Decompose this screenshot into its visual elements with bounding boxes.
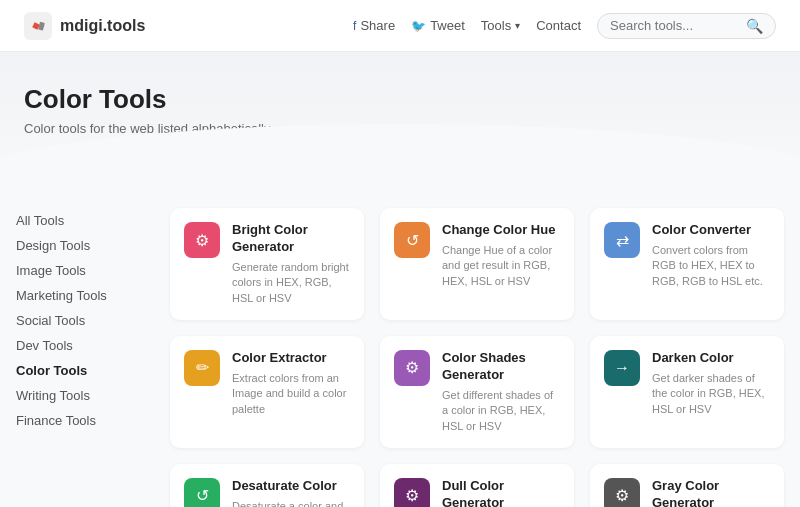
tool-info: Color ExtractorExtract colors from an Im… [232, 350, 350, 417]
tool-icon: ⚙ [184, 222, 220, 258]
tool-icon: ↺ [184, 478, 220, 507]
sidebar-item-image-tools[interactable]: Image Tools [16, 258, 146, 283]
tool-icon: ✏ [184, 350, 220, 386]
tool-desc: Get different shades of a color in RGB, … [442, 388, 560, 434]
tool-name: Color Extractor [232, 350, 350, 367]
hero-section: Color Tools Color tools for the web list… [0, 52, 800, 184]
logo-icon [24, 12, 52, 40]
tool-card[interactable]: ⚙Gray Color GeneratorGenerate random gra… [590, 464, 784, 507]
share-link[interactable]: f Share [353, 18, 395, 33]
tool-info: Color Shades GeneratorGet different shad… [442, 350, 560, 434]
tool-desc: Change Hue of a color and get result in … [442, 243, 560, 289]
tool-name: Gray Color Generator [652, 478, 770, 507]
tool-info: Gray Color GeneratorGenerate random gray… [652, 478, 770, 507]
tool-info: Desaturate ColorDesaturate a color and g… [232, 478, 350, 507]
tool-card[interactable]: ⚙Bright Color GeneratorGenerate random b… [170, 208, 364, 320]
sidebar-item-social-tools[interactable]: Social Tools [16, 308, 146, 333]
tool-name: Color Converter [652, 222, 770, 239]
tool-icon: ⚙ [604, 478, 640, 507]
tool-card[interactable]: ✏Color ExtractorExtract colors from an I… [170, 336, 364, 448]
contact-link[interactable]: Contact [536, 18, 581, 33]
logo-text: mdigi.tools [60, 17, 145, 35]
tool-icon: ⚙ [394, 350, 430, 386]
tool-name: Color Shades Generator [442, 350, 560, 384]
chevron-down-icon: ▾ [515, 20, 520, 31]
tool-desc: Convert colors from RGB to HEX, HEX to R… [652, 243, 770, 289]
facebook-icon: f [353, 19, 356, 33]
tools-grid: ⚙Bright Color GeneratorGenerate random b… [170, 208, 784, 507]
tool-icon: → [604, 350, 640, 386]
tool-icon: ↺ [394, 222, 430, 258]
tools-menu[interactable]: Tools ▾ [481, 18, 520, 33]
tool-card[interactable]: ↺Change Color HueChange Hue of a color a… [380, 208, 574, 320]
sidebar-item-marketing-tools[interactable]: Marketing Tools [16, 283, 146, 308]
tool-name: Desaturate Color [232, 478, 350, 495]
page-title: Color Tools [24, 84, 776, 115]
tool-icon: ⚙ [394, 478, 430, 507]
sidebar-item-all-tools[interactable]: All Tools [16, 208, 146, 233]
tool-card[interactable]: ⇄Color ConverterConvert colors from RGB … [590, 208, 784, 320]
tool-desc: Desaturate a color and get result in RGB… [232, 499, 350, 507]
tool-info: Bright Color GeneratorGenerate random br… [232, 222, 350, 306]
search-input[interactable] [610, 18, 740, 33]
main-container: All ToolsDesign ToolsImage ToolsMarketin… [0, 184, 800, 507]
header-nav: f Share 🐦 Tweet Tools ▾ Contact [353, 18, 581, 33]
header-right: f Share 🐦 Tweet Tools ▾ Contact 🔍 [353, 13, 776, 39]
sidebar-item-writing-tools[interactable]: Writing Tools [16, 383, 146, 408]
tweet-link[interactable]: 🐦 Tweet [411, 18, 465, 33]
page-subtitle: Color tools for the web listed alphabeti… [24, 121, 776, 136]
tool-info: Change Color HueChange Hue of a color an… [442, 222, 560, 289]
tool-card[interactable]: →Darken ColorGet darker shades of the co… [590, 336, 784, 448]
tool-desc: Generate random bright colors in HEX, RG… [232, 260, 350, 306]
tool-name: Darken Color [652, 350, 770, 367]
tool-desc: Extract colors from an Image and build a… [232, 371, 350, 417]
sidebar-item-color-tools[interactable]: Color Tools [16, 358, 146, 383]
search-box: 🔍 [597, 13, 776, 39]
tool-name: Change Color Hue [442, 222, 560, 239]
logo[interactable]: mdigi.tools [24, 12, 145, 40]
twitter-icon: 🐦 [411, 19, 426, 33]
tool-name: Bright Color Generator [232, 222, 350, 256]
tool-icon: ⇄ [604, 222, 640, 258]
tool-name: Dull Color Generator [442, 478, 560, 507]
sidebar: All ToolsDesign ToolsImage ToolsMarketin… [16, 208, 146, 507]
tool-card[interactable]: ⚙Color Shades GeneratorGet different sha… [380, 336, 574, 448]
tool-info: Color ConverterConvert colors from RGB t… [652, 222, 770, 289]
sidebar-item-dev-tools[interactable]: Dev Tools [16, 333, 146, 358]
sidebar-item-finance-tools[interactable]: Finance Tools [16, 408, 146, 433]
tool-desc: Get darker shades of the color in RGB, H… [652, 371, 770, 417]
tool-card[interactable]: ⚙Dull Color GeneratorGenerate random dul… [380, 464, 574, 507]
search-icon[interactable]: 🔍 [746, 18, 763, 34]
tool-card[interactable]: ↺Desaturate ColorDesaturate a color and … [170, 464, 364, 507]
tool-info: Dull Color GeneratorGenerate random dull… [442, 478, 560, 507]
tool-info: Darken ColorGet darker shades of the col… [652, 350, 770, 417]
sidebar-item-design-tools[interactable]: Design Tools [16, 233, 146, 258]
